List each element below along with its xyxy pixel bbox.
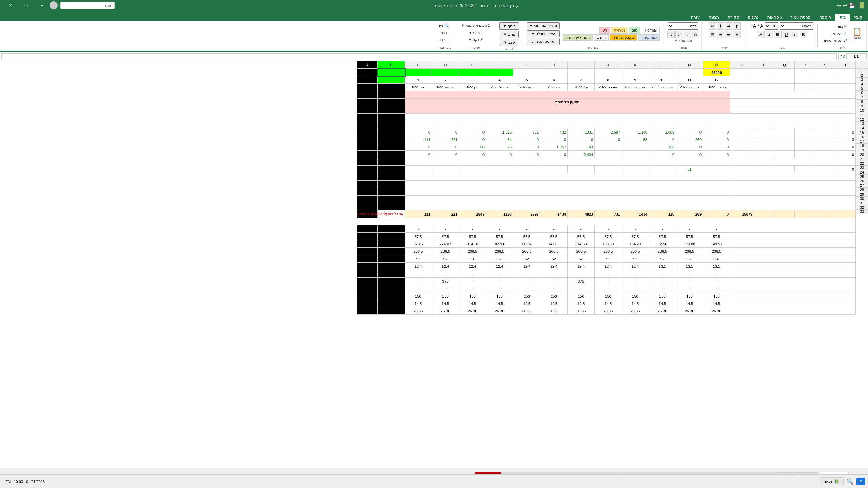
cell-L26[interactable]: 52 [649, 255, 676, 263]
cell-D3[interactable]: פברואר 2022 [432, 84, 459, 91]
cell-L28[interactable]: - [649, 270, 676, 278]
cell-G20[interactable]: 2597 [513, 210, 540, 218]
col-header-S[interactable]: S [815, 61, 835, 69]
style-bad[interactable]: רע [599, 27, 610, 34]
cell-E28[interactable]: - [459, 270, 486, 278]
cell-F30[interactable]: - [486, 285, 513, 292]
cell-M11[interactable]: 0 [676, 143, 703, 151]
grid-scroll-container[interactable]: 1 2 3 4 5 6 7 8 9 10 11 12 13 14 15 16 1 [0, 61, 868, 468]
cell-I9[interactable]: 1331 [568, 128, 595, 136]
cell-TO4[interactable] [730, 91, 856, 99]
cell-K11[interactable] [622, 143, 649, 151]
cell-M14[interactable]: 51 [676, 166, 703, 173]
cell-M10[interactable]: 269 [676, 136, 703, 143]
cell-Q20[interactable] [774, 210, 795, 218]
cell-A6[interactable] [357, 106, 378, 114]
cell-H11[interactable]: 1,957 [540, 143, 568, 151]
col-header-C[interactable]: C [405, 61, 432, 69]
cell-G24[interactable]: 80.34 [513, 240, 540, 248]
cell-N33[interactable]: 26.36 [703, 307, 730, 315]
cell-L24[interactable]: 92.56 [649, 240, 676, 248]
cell-styles-button[interactable]: טקסט הספרה [527, 38, 560, 45]
cell-E31[interactable]: 150 [459, 292, 486, 300]
cell-C27[interactable]: 12.4 [405, 263, 432, 270]
row-header-18[interactable]: 18 [856, 144, 868, 148]
search-taskbar-button[interactable]: 🔍 [845, 476, 855, 487]
cell-D33[interactable]: 26.36 [432, 307, 459, 315]
cell-B5[interactable] [378, 99, 405, 106]
cell-M25[interactable]: 206.5 [676, 248, 703, 255]
cell-K3[interactable]: ספטמבר 2022 [622, 84, 649, 91]
cell-D20[interactable]: 221 [432, 210, 459, 218]
cell-N28[interactable]: - [703, 270, 730, 278]
cell-T3[interactable] [835, 84, 856, 91]
row-header-5[interactable]: 5 [856, 86, 868, 91]
cell-J31[interactable]: 150 [595, 292, 622, 300]
cell-G25[interactable]: 206.5 [513, 248, 540, 255]
cell-M28[interactable]: - [676, 270, 703, 278]
cell-M33[interactable]: 26.36 [676, 307, 703, 315]
cell-C31[interactable]: 150 [405, 292, 432, 300]
cell-T12[interactable]: 0 [835, 151, 856, 158]
bold-button[interactable]: B [800, 30, 807, 38]
cell-N14[interactable] [703, 166, 730, 173]
cell-E20[interactable]: 2947 [459, 210, 486, 218]
col-header-P[interactable]: P [754, 61, 774, 69]
cell-TO22[interactable] [730, 225, 856, 233]
cell-TO19[interactable] [730, 203, 856, 210]
align-right-button[interactable]: ≡ [717, 30, 724, 38]
cell-TO32[interactable] [730, 300, 856, 307]
cell-P20[interactable] [754, 210, 774, 218]
cell-B7[interactable] [378, 114, 405, 121]
cell-N9[interactable]: 0 [703, 128, 730, 136]
cell-P11[interactable] [754, 143, 774, 151]
tab-view[interactable]: תצוגה [705, 14, 723, 21]
cell-TO6[interactable] [730, 106, 856, 114]
tab-home[interactable]: בית [835, 14, 850, 21]
cell-B4[interactable] [378, 91, 405, 99]
cell-S20[interactable] [815, 210, 835, 218]
cell-J27[interactable]: 12.4 [595, 263, 622, 270]
cell-I22[interactable]: - [568, 225, 595, 233]
cell-G28[interactable]: - [513, 270, 540, 278]
cell-F11[interactable]: 26 [486, 143, 513, 151]
cell-B30[interactable] [378, 285, 405, 292]
formula-input[interactable] [1, 53, 837, 59]
col-header-T[interactable]: T [835, 61, 856, 69]
row-header-2[interactable]: 2 [856, 73, 868, 78]
cell-M2[interactable]: 11 [676, 76, 703, 84]
row-header-25[interactable]: 25 [856, 175, 868, 179]
cell-E23[interactable]: 57.5 [459, 233, 486, 240]
tab-help[interactable]: עזרה [687, 14, 704, 21]
col-header-G[interactable]: G [513, 61, 540, 69]
cell-row21[interactable] [357, 218, 856, 225]
italic-button[interactable]: I [791, 30, 798, 38]
col-header-J[interactable]: J [595, 61, 622, 69]
row-header-21[interactable]: 21 [856, 157, 868, 161]
cell-M12[interactable]: 0 [676, 151, 703, 158]
cell-A4[interactable] [357, 91, 378, 99]
cell-A1[interactable] [357, 69, 378, 76]
cell-J2[interactable]: 8 [595, 76, 622, 84]
cell-J20[interactable]: 731 [595, 210, 622, 218]
cell-N27[interactable]: 13.1 [703, 263, 730, 270]
cell-TO33[interactable] [730, 307, 856, 315]
excel-taskbar-button[interactable]: 📗 Excel [820, 477, 844, 485]
cell-R14[interactable] [795, 166, 815, 173]
cell-B3[interactable] [378, 84, 405, 91]
row-header-1[interactable]: 1 [856, 69, 868, 73]
col-header-R[interactable]: R [795, 61, 815, 69]
cell-I2[interactable]: 7 [568, 76, 595, 84]
cell-E14[interactable] [459, 166, 486, 173]
cell-H30[interactable]: - [540, 285, 568, 292]
cell-A5[interactable] [357, 99, 378, 106]
cell-K31[interactable]: 150 [622, 292, 649, 300]
cell-N12[interactable]: 0 [703, 151, 730, 158]
cell-C23[interactable]: 57.5 [405, 233, 432, 240]
cell-B25[interactable] [378, 248, 405, 255]
cell-M3[interactable]: נובמבר 2022 [676, 84, 703, 91]
cell-F26[interactable]: 52 [486, 255, 513, 263]
cell-M1[interactable] [676, 69, 703, 76]
align-left-button[interactable]: ≡ [733, 30, 741, 38]
cell-E27[interactable]: 12.4 [459, 263, 486, 270]
